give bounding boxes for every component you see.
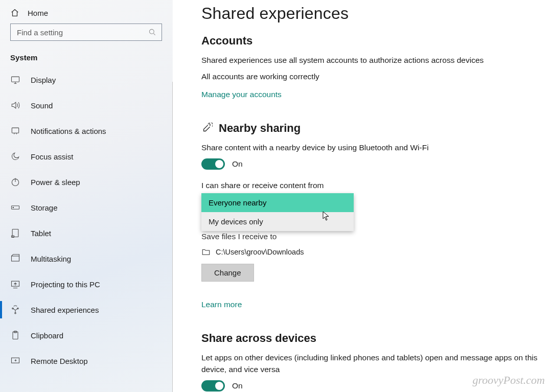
nearby-description: Share content with a nearby device by us…: [201, 142, 539, 153]
page-title: Shared experiences: [201, 4, 539, 23]
sidebar-item-label: Shared experiences: [31, 306, 99, 314]
multitasking-icon: [10, 253, 20, 264]
sidebar-item-shared-experiences[interactable]: Shared experiences: [0, 297, 172, 322]
shared-experiences-icon: [10, 305, 20, 315]
sidebar-item-label: Projecting to this PC: [31, 280, 100, 289]
home-icon: [10, 8, 19, 17]
accounts-status: All accounts are working correctly: [201, 71, 539, 82]
share-across-toggle[interactable]: [201, 380, 225, 391]
sound-icon: [10, 100, 20, 110]
svg-rect-7: [12, 236, 14, 237]
share-across-description: Let apps on other devices (including lin…: [201, 352, 539, 375]
search-box[interactable]: [10, 24, 162, 41]
share-from-dropdown[interactable]: Everyone nearby My devices only: [201, 193, 354, 231]
save-to-label: Save files I receive to: [201, 232, 539, 241]
sidebar-nav-list: Display Sound Notifications & actions Fo…: [0, 67, 172, 374]
home-nav[interactable]: Home: [0, 4, 172, 24]
sidebar-item-clipboard[interactable]: Clipboard: [0, 322, 172, 348]
svg-point-5: [13, 207, 14, 208]
dropdown-option-my-devices[interactable]: My devices only: [201, 212, 354, 231]
accounts-description: Shared experiences use all system accoun…: [201, 55, 539, 66]
sidebar-item-notifications[interactable]: Notifications & actions: [0, 118, 172, 144]
nearby-sharing-heading: Nearby sharing: [201, 122, 539, 135]
sidebar-item-focus-assist[interactable]: Focus assist: [0, 144, 172, 169]
sidebar-item-label: Notifications & actions: [31, 127, 106, 135]
sidebar-item-label: Remote Desktop: [31, 357, 88, 365]
sidebar-item-remote-desktop[interactable]: Remote Desktop: [0, 348, 172, 374]
sidebar-item-label: Clipboard: [31, 331, 63, 340]
settings-sidebar: Home System Display Sound: [0, 0, 173, 392]
sidebar-item-label: Power & sleep: [31, 178, 80, 187]
svg-point-0: [149, 29, 154, 34]
accounts-heading: Accounts: [201, 34, 539, 48]
power-icon: [10, 177, 20, 187]
projecting-icon: [10, 279, 20, 289]
sidebar-item-label: Multitasking: [31, 255, 71, 263]
sidebar-item-projecting[interactable]: Projecting to this PC: [0, 271, 172, 297]
nearby-sharing-icon: [201, 123, 213, 134]
svg-point-10: [15, 312, 16, 314]
svg-rect-1: [12, 77, 19, 82]
sidebar-item-label: Tablet: [31, 229, 51, 238]
sidebar-item-label: Focus assist: [31, 152, 73, 161]
change-button[interactable]: Change: [201, 264, 254, 282]
sidebar-item-power-sleep[interactable]: Power & sleep: [0, 169, 172, 195]
nearby-toggle-state: On: [232, 159, 243, 169]
focus-assist-icon: [10, 151, 20, 162]
nearby-sharing-toggle[interactable]: [201, 158, 225, 170]
learn-more-link[interactable]: Learn more: [201, 300, 242, 309]
notifications-icon: [10, 126, 20, 136]
display-icon: [10, 75, 20, 85]
share-across-toggle-state: On: [232, 381, 243, 390]
sidebar-item-multitasking[interactable]: Multitasking: [0, 246, 172, 271]
remote-desktop-icon: [10, 356, 20, 366]
manage-accounts-link[interactable]: Manage your accounts: [201, 90, 282, 99]
tablet-icon: [10, 228, 20, 238]
sidebar-item-display[interactable]: Display: [0, 67, 172, 93]
sidebar-item-sound[interactable]: Sound: [0, 93, 172, 118]
clipboard-icon: [10, 330, 20, 340]
share-across-heading: Share across devices: [201, 332, 539, 345]
nearby-sharing-heading-text: Nearby sharing: [219, 122, 301, 135]
sidebar-item-tablet[interactable]: Tablet: [0, 220, 172, 246]
save-path-row: C:\Users\groov\Downloads: [201, 247, 539, 257]
svg-rect-2: [12, 128, 18, 133]
folder-icon: [201, 247, 211, 257]
search-icon: [148, 28, 156, 36]
dropdown-option-everyone[interactable]: Everyone nearby: [201, 193, 354, 212]
sidebar-item-label: Storage: [31, 203, 58, 212]
save-path-value: C:\Users\groov\Downloads: [216, 248, 304, 256]
svg-rect-8: [12, 256, 19, 261]
sidebar-item-label: Display: [31, 76, 56, 84]
share-from-label: I can share or receive content from: [201, 181, 539, 190]
main-content: Shared experiences Accounts Shared exper…: [173, 0, 552, 392]
storage-icon: [10, 202, 20, 213]
home-label: Home: [28, 9, 48, 17]
sidebar-item-label: Sound: [31, 101, 53, 110]
search-input[interactable]: [16, 28, 143, 37]
sidebar-section-label: System: [0, 51, 172, 67]
sidebar-item-storage[interactable]: Storage: [0, 195, 172, 220]
